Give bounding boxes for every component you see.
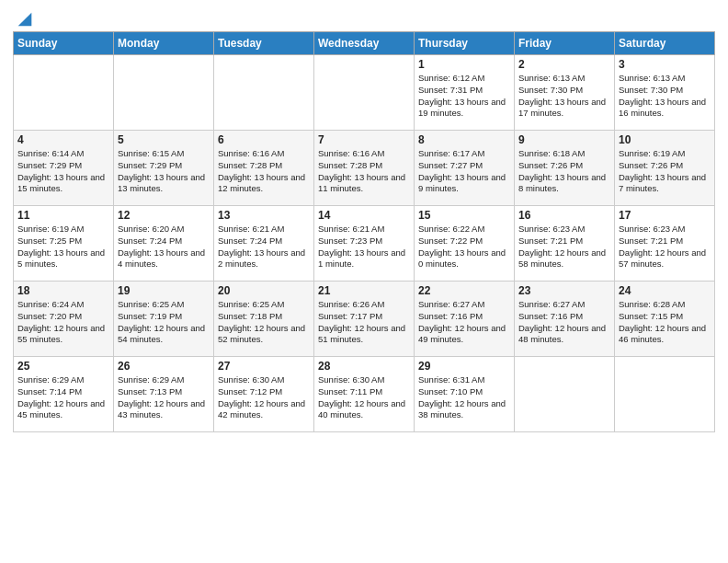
day-info: Sunrise: 6:12 AM Sunset: 7:31 PM Dayligh…	[418, 73, 510, 120]
calendar-cell: 24Sunrise: 6:28 AM Sunset: 7:15 PM Dayli…	[615, 282, 715, 357]
calendar-day-header: Friday	[515, 32, 615, 55]
day-info: Sunrise: 6:16 AM Sunset: 7:28 PM Dayligh…	[218, 148, 310, 195]
day-info: Sunrise: 6:27 AM Sunset: 7:16 PM Dayligh…	[518, 299, 610, 346]
day-info: Sunrise: 6:17 AM Sunset: 7:27 PM Dayligh…	[418, 148, 510, 195]
day-info: Sunrise: 6:21 AM Sunset: 7:23 PM Dayligh…	[318, 224, 410, 270]
day-info: Sunrise: 6:15 AM Sunset: 7:29 PM Dayligh…	[118, 148, 210, 195]
day-info: Sunrise: 6:20 AM Sunset: 7:24 PM Dayligh…	[118, 224, 210, 270]
day-info: Sunrise: 6:19 AM Sunset: 7:26 PM Dayligh…	[619, 148, 711, 195]
calendar-cell: 20Sunrise: 6:25 AM Sunset: 7:18 PM Dayli…	[214, 282, 314, 357]
day-number: 7	[318, 133, 410, 146]
calendar-table: SundayMondayTuesdayWednesdayThursdayFrid…	[13, 31, 715, 432]
calendar-day-header: Tuesday	[214, 32, 314, 55]
day-number: 3	[619, 58, 711, 71]
day-number: 2	[518, 58, 610, 71]
day-info: Sunrise: 6:13 AM Sunset: 7:30 PM Dayligh…	[619, 73, 711, 120]
logo	[13, 9, 35, 26]
day-number: 9	[518, 133, 610, 146]
day-info: Sunrise: 6:24 AM Sunset: 7:20 PM Dayligh…	[17, 299, 109, 346]
day-number: 20	[218, 284, 310, 297]
day-number: 1	[418, 58, 510, 71]
calendar-cell: 25Sunrise: 6:29 AM Sunset: 7:14 PM Dayli…	[14, 357, 114, 432]
calendar-cell: 7Sunrise: 6:16 AM Sunset: 7:28 PM Daylig…	[314, 131, 415, 206]
calendar-day-header: Monday	[114, 32, 214, 55]
calendar-cell: 2Sunrise: 6:13 AM Sunset: 7:30 PM Daylig…	[515, 55, 615, 131]
day-number: 26	[118, 360, 210, 373]
calendar-cell: 21Sunrise: 6:26 AM Sunset: 7:17 PM Dayli…	[314, 282, 415, 357]
day-info: Sunrise: 6:23 AM Sunset: 7:21 PM Dayligh…	[518, 224, 610, 270]
calendar-cell	[14, 55, 114, 131]
calendar-cell: 22Sunrise: 6:27 AM Sunset: 7:16 PM Dayli…	[415, 282, 515, 357]
calendar-cell: 9Sunrise: 6:18 AM Sunset: 7:26 PM Daylig…	[515, 131, 615, 206]
day-number: 28	[318, 360, 410, 373]
day-number: 18	[17, 284, 109, 297]
calendar-cell: 6Sunrise: 6:16 AM Sunset: 7:28 PM Daylig…	[214, 131, 314, 206]
day-number: 25	[17, 360, 109, 373]
day-info: Sunrise: 6:29 AM Sunset: 7:13 PM Dayligh…	[118, 374, 210, 421]
day-info: Sunrise: 6:14 AM Sunset: 7:29 PM Dayligh…	[17, 148, 109, 195]
day-info: Sunrise: 6:30 AM Sunset: 7:11 PM Dayligh…	[318, 374, 410, 421]
day-number: 29	[418, 360, 510, 373]
calendar-cell: 19Sunrise: 6:25 AM Sunset: 7:19 PM Dayli…	[114, 282, 214, 357]
calendar-cell: 16Sunrise: 6:23 AM Sunset: 7:21 PM Dayli…	[515, 206, 615, 282]
calendar-cell: 23Sunrise: 6:27 AM Sunset: 7:16 PM Dayli…	[515, 282, 615, 357]
day-number: 27	[218, 360, 310, 373]
day-info: Sunrise: 6:29 AM Sunset: 7:14 PM Dayligh…	[17, 374, 109, 421]
day-info: Sunrise: 6:28 AM Sunset: 7:15 PM Dayligh…	[619, 299, 711, 346]
day-number: 10	[619, 133, 711, 146]
calendar-header-row: SundayMondayTuesdayWednesdayThursdayFrid…	[14, 32, 715, 55]
day-info: Sunrise: 6:23 AM Sunset: 7:21 PM Dayligh…	[619, 224, 711, 270]
day-number: 14	[318, 209, 410, 222]
day-info: Sunrise: 6:25 AM Sunset: 7:19 PM Dayligh…	[118, 299, 210, 346]
calendar-cell: 13Sunrise: 6:21 AM Sunset: 7:24 PM Dayli…	[214, 206, 314, 282]
day-number: 24	[619, 284, 711, 297]
calendar-cell: 14Sunrise: 6:21 AM Sunset: 7:23 PM Dayli…	[314, 206, 415, 282]
calendar-day-header: Wednesday	[314, 32, 415, 55]
calendar-cell	[615, 357, 715, 432]
calendar-week-row: 18Sunrise: 6:24 AM Sunset: 7:20 PM Dayli…	[14, 282, 715, 357]
calendar-cell: 3Sunrise: 6:13 AM Sunset: 7:30 PM Daylig…	[615, 55, 715, 131]
calendar-cell: 27Sunrise: 6:30 AM Sunset: 7:12 PM Dayli…	[214, 357, 314, 432]
day-number: 12	[118, 209, 210, 222]
day-number: 5	[118, 133, 210, 146]
day-info: Sunrise: 6:18 AM Sunset: 7:26 PM Dayligh…	[518, 148, 610, 195]
page: SundayMondayTuesdayWednesdayThursdayFrid…	[0, 0, 728, 563]
day-info: Sunrise: 6:25 AM Sunset: 7:18 PM Dayligh…	[218, 299, 310, 346]
calendar-cell	[114, 55, 214, 131]
calendar-cell	[515, 357, 615, 432]
calendar-cell: 28Sunrise: 6:30 AM Sunset: 7:11 PM Dayli…	[314, 357, 415, 432]
calendar-cell: 26Sunrise: 6:29 AM Sunset: 7:13 PM Dayli…	[114, 357, 214, 432]
calendar-cell: 4Sunrise: 6:14 AM Sunset: 7:29 PM Daylig…	[14, 131, 114, 206]
calendar-week-row: 25Sunrise: 6:29 AM Sunset: 7:14 PM Dayli…	[14, 357, 715, 432]
day-number: 8	[418, 133, 510, 146]
calendar-cell	[214, 55, 314, 131]
calendar-week-row: 11Sunrise: 6:19 AM Sunset: 7:25 PM Dayli…	[14, 206, 715, 282]
day-info: Sunrise: 6:30 AM Sunset: 7:12 PM Dayligh…	[218, 374, 310, 421]
calendar-cell	[314, 55, 415, 131]
day-number: 21	[318, 284, 410, 297]
calendar-cell: 29Sunrise: 6:31 AM Sunset: 7:10 PM Dayli…	[415, 357, 515, 432]
day-info: Sunrise: 6:31 AM Sunset: 7:10 PM Dayligh…	[418, 374, 510, 421]
calendar-cell: 8Sunrise: 6:17 AM Sunset: 7:27 PM Daylig…	[415, 131, 515, 206]
calendar-week-row: 1Sunrise: 6:12 AM Sunset: 7:31 PM Daylig…	[14, 55, 715, 131]
day-info: Sunrise: 6:22 AM Sunset: 7:22 PM Dayligh…	[418, 224, 510, 270]
logo-icon	[15, 9, 35, 29]
day-info: Sunrise: 6:13 AM Sunset: 7:30 PM Dayligh…	[518, 73, 610, 120]
day-number: 6	[218, 133, 310, 146]
calendar-cell: 17Sunrise: 6:23 AM Sunset: 7:21 PM Dayli…	[615, 206, 715, 282]
calendar-week-row: 4Sunrise: 6:14 AM Sunset: 7:29 PM Daylig…	[14, 131, 715, 206]
day-number: 13	[218, 209, 310, 222]
calendar-cell: 10Sunrise: 6:19 AM Sunset: 7:26 PM Dayli…	[615, 131, 715, 206]
day-number: 4	[17, 133, 109, 146]
calendar-cell: 18Sunrise: 6:24 AM Sunset: 7:20 PM Dayli…	[14, 282, 114, 357]
calendar-day-header: Sunday	[14, 32, 114, 55]
day-number: 16	[518, 209, 610, 222]
day-number: 15	[418, 209, 510, 222]
day-info: Sunrise: 6:16 AM Sunset: 7:28 PM Dayligh…	[318, 148, 410, 195]
calendar-day-header: Saturday	[615, 32, 715, 55]
header	[13, 9, 715, 26]
calendar-cell: 12Sunrise: 6:20 AM Sunset: 7:24 PM Dayli…	[114, 206, 214, 282]
calendar-cell: 15Sunrise: 6:22 AM Sunset: 7:22 PM Dayli…	[415, 206, 515, 282]
calendar-day-header: Thursday	[415, 32, 515, 55]
calendar-cell: 1Sunrise: 6:12 AM Sunset: 7:31 PM Daylig…	[415, 55, 515, 131]
